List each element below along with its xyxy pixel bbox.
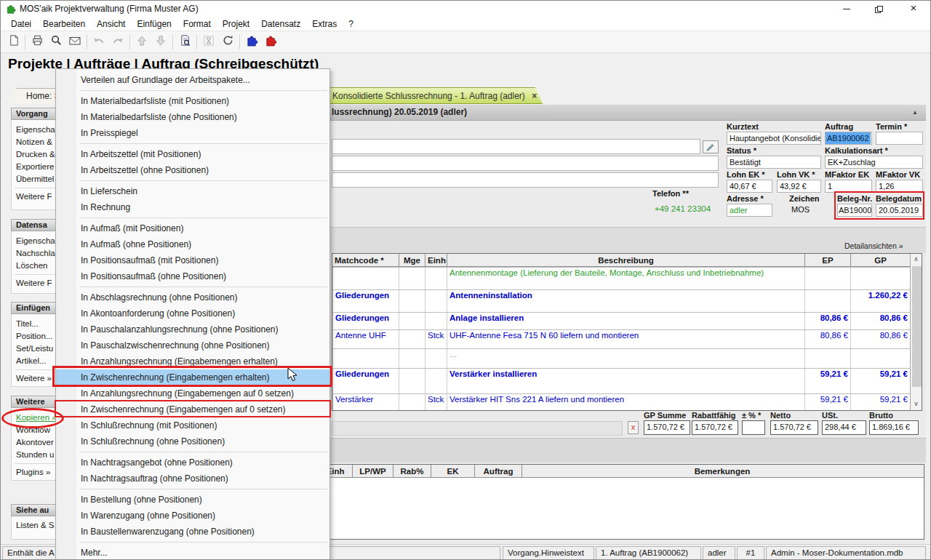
menu-extras[interactable]: Extras: [306, 17, 343, 31]
kurztext-field[interactable]: Hauptangebot (Konsolidier: [727, 132, 821, 145]
lohn-ek-field[interactable]: 40,67 €: [727, 180, 772, 193]
context-menu-item[interactable]: In Zwischenrechnung (Eingabemengen auf 0…: [56, 401, 329, 417]
print-preview-button[interactable]: [47, 33, 65, 51]
context-menu-item[interactable]: In Anzahlungsrechnung (Eingabemengen auf…: [56, 385, 329, 401]
menu-projekt[interactable]: Projekt: [217, 17, 255, 31]
termin-field[interactable]: [876, 132, 923, 145]
form-input-3[interactable]: [332, 172, 719, 188]
context-menu-item[interactable]: In Rechnung: [56, 199, 329, 215]
plusminus-field[interactable]: [742, 420, 765, 435]
context-menu-item[interactable]: In Materialbedarfsliste (ohne Positionen…: [56, 109, 329, 125]
context-menu-item-highlighted[interactable]: In Zwischenrechnung (Eingabemengen erhal…: [56, 369, 329, 385]
minimize-button[interactable]: [830, 1, 863, 17]
detail-views-link[interactable]: Detailansichten »: [844, 241, 903, 250]
grid-row[interactable]: GliederungenAntenneninstallation1.260,22…: [332, 289, 910, 312]
scrollbar-thumb[interactable]: [912, 266, 922, 387]
grid-row[interactable]: Antenne UHFStckUHF-Antenne Fesa 715 N 60…: [332, 329, 910, 348]
wait-button[interactable]: [199, 33, 218, 51]
column-header-lpwp[interactable]: LP/WP: [352, 465, 393, 477]
context-menu-item[interactable]: In Warenzugang (ohne Positionen): [56, 508, 329, 524]
context-menu-item[interactable]: In Schlußrechnung (ohne Positionen): [56, 433, 329, 449]
menu-datensatz[interactable]: Datensatz: [255, 17, 306, 31]
menu-ansicht[interactable]: Ansicht: [91, 17, 131, 31]
adresse-field[interactable]: adler: [727, 204, 772, 217]
column-header-einh[interactable]: Einh: [425, 254, 447, 266]
lohn-vk-field[interactable]: 43,92 €: [777, 180, 821, 193]
context-menu-item[interactable]: In Arbeitszettel (ohne Positionen): [56, 162, 329, 178]
context-menu-item[interactable]: In Schlußrechnung (mit Positionen): [56, 417, 329, 433]
context-menu-item[interactable]: In Materialbedarfsliste (mit Positionen): [56, 93, 329, 109]
context-menu-item[interactable]: In Pauschalzwischenrechnung (ohne Positi…: [56, 337, 329, 353]
context-menu-item[interactable]: In Aufmaß (ohne Positionen): [56, 236, 329, 252]
kalkulationsart-field[interactable]: EK+Zuschlag: [825, 156, 923, 169]
context-menu-item[interactable]: In Arbeitszettel (mit Positionen): [56, 146, 329, 162]
context-menu-item[interactable]: In Aufmaß (mit Positionen): [56, 220, 329, 236]
context-menu-item[interactable]: In Pauschalanzahlungsrechnung (ohne Posi…: [56, 321, 329, 337]
context-menu-item[interactable]: In Positionsaufmaß (mit Positionen): [56, 252, 329, 268]
status-field[interactable]: Bestätigt: [727, 156, 821, 169]
column-header-mge[interactable]: Mge: [399, 254, 425, 266]
column-header-auftrag[interactable]: Auftrag: [474, 465, 522, 477]
form-input-2[interactable]: [332, 156, 719, 171]
context-menu-item[interactable]: In Anzahlungsrechnung (Eingabemengen erh…: [56, 353, 329, 369]
detail-grid-body[interactable]: [319, 478, 924, 539]
context-menu-item[interactable]: Verteilen auf Grundlage der Arbeitspaket…: [56, 72, 329, 88]
form-input-1[interactable]: [332, 139, 700, 154]
grid-row[interactable]: VerstärkerStckVerstärker HIT Sns 221 A l…: [332, 393, 910, 410]
maximize-button[interactable]: [863, 1, 897, 17]
column-header-matchcode[interactable]: Matchcode *: [332, 254, 399, 266]
column-header-ek[interactable]: EK: [431, 465, 474, 477]
redo-button[interactable]: [108, 33, 127, 51]
email-button[interactable]: [65, 33, 84, 51]
beleg-nr-field[interactable]: AB1900062: [837, 204, 872, 217]
grid-row[interactable]: GliederungenAnlage installieren80,86 €80…: [332, 312, 910, 329]
context-menu-item[interactable]: In Bestellung (ohne Positionen): [56, 492, 329, 508]
refresh-button[interactable]: [218, 33, 237, 51]
plugin-red-button[interactable]: [261, 33, 280, 51]
mfaktor-vk-field[interactable]: 1,26: [876, 180, 923, 193]
move-down-button[interactable]: [151, 33, 170, 51]
close-button[interactable]: ×: [897, 1, 930, 17]
context-menu-item[interactable]: In Nachtragsauftrag (ohne Positionen): [56, 471, 329, 487]
column-header-gp[interactable]: GP: [850, 254, 910, 266]
new-document-button[interactable]: [4, 33, 23, 51]
auftrag-field[interactable]: AB1900062: [825, 132, 872, 145]
print-button[interactable]: [28, 33, 47, 51]
context-menu-item[interactable]: In Preisspiegel: [56, 125, 329, 141]
menu-format[interactable]: Format: [177, 17, 217, 31]
context-menu-item[interactable]: In Baustellenwarenzugang (ohne Positione…: [56, 524, 329, 540]
column-header-bemerkungen[interactable]: Bemerkungen: [522, 465, 922, 477]
column-header-ep[interactable]: EP: [804, 254, 850, 266]
menu-datei[interactable]: Datei: [5, 17, 37, 31]
menu-help[interactable]: ?: [343, 17, 359, 31]
menu-bearbeiten[interactable]: Bearbeiten: [37, 17, 91, 31]
plugin-blue-button[interactable]: [242, 33, 261, 51]
tab-close-icon[interactable]: ×: [532, 91, 537, 101]
undo-button[interactable]: [89, 33, 108, 51]
context-menu-item[interactable]: In Lieferschein: [56, 183, 329, 199]
grid-row[interactable]: GliederungenVerstärker installieren59,21…: [332, 368, 910, 393]
auftrag-label: Auftrag: [825, 122, 853, 131]
tab-document[interactable]: Konsolidierte Schlussrechnung - 1. Auftr…: [326, 87, 543, 104]
column-header-rab[interactable]: Rab%: [393, 465, 431, 477]
collapse-arrow-icon[interactable]: ▲: [908, 107, 922, 119]
context-menu-item[interactable]: In Positionsaufmaß (ohne Positionen): [56, 268, 329, 284]
context-menu-item[interactable]: In Abschlagsrechnung (ohne Positionen): [56, 289, 329, 305]
grid-scrollbar[interactable]: ∧ ∨: [910, 254, 922, 410]
context-menu-item[interactable]: In Akontoanforderung (ohne Positionen): [56, 305, 329, 321]
menu-einfuegen[interactable]: Einfügen: [131, 17, 177, 31]
mfaktor-ek-field[interactable]: 1: [825, 180, 872, 193]
clear-button[interactable]: x: [628, 421, 639, 434]
grid-row[interactable]: ...: [332, 348, 910, 368]
grid-row[interactable]: Antennenmontage (Lieferung der Bauteile,…: [332, 267, 910, 289]
context-menu-item[interactable]: In Nachtragsangebot (ohne Positionen): [56, 455, 329, 471]
report-preview-button[interactable]: [175, 33, 194, 51]
context-menu-item[interactable]: Mehr...: [56, 545, 329, 560]
scroll-up-icon[interactable]: ∧: [911, 254, 922, 265]
scroll-down-icon[interactable]: ∨: [911, 399, 922, 410]
column-header-beschreibung[interactable]: Beschreibung: [447, 254, 804, 266]
redo-icon: [111, 35, 124, 49]
move-up-button[interactable]: [132, 33, 151, 51]
belegdatum-field[interactable]: 20.05.2019: [876, 204, 923, 217]
edit-button[interactable]: [703, 140, 719, 153]
